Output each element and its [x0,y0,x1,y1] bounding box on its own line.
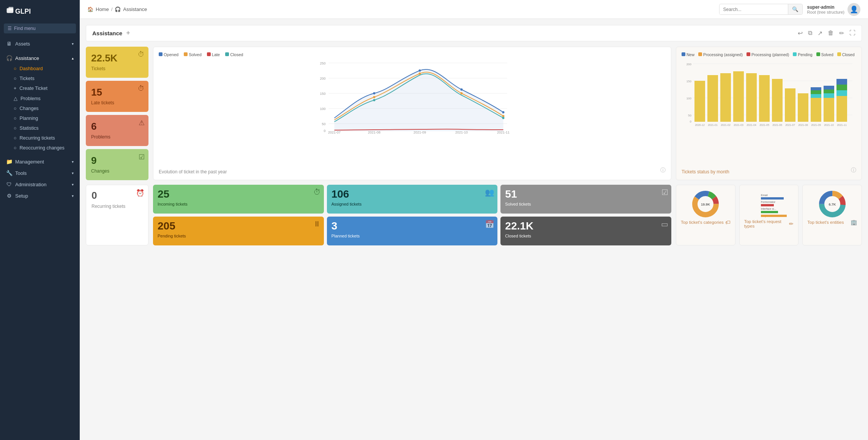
sidebar-dashboard-label: Dashboard [20,66,43,71]
svg-rect-82 [761,211,778,213]
nav-management: 📁 Management ▾ 🔧 Tools ▾ 🛡 Administratio… [0,154,80,203]
sidebar-item-create-ticket[interactable]: + Create Ticket [4,83,80,93]
sidebar-item-assistance[interactable]: 🎧 Assistance ▴ [0,52,80,64]
sidebar-item-setup[interactable]: ⚙ Setup ▾ [0,190,80,201]
search-button[interactable]: 🔍 [788,4,802,14]
ts-incoming[interactable]: ⏱ 25 Incoming tickets [153,185,324,214]
line-chart: 250 200 150 100 50 0 2021-07 2021-08 202… [159,59,666,166]
svg-rect-56 [811,98,821,122]
incoming-icon: ⏱ [313,188,321,196]
svg-text:200: 200 [320,77,325,80]
svg-text:Email: Email [761,194,768,196]
svg-rect-44 [733,71,744,122]
find-menu-button[interactable]: ☰ Find menu [4,24,76,33]
sidebar-create-ticket-label: Create Ticket [19,86,47,91]
sidebar-item-recurring-tickets[interactable]: ○ Recurring tickets [4,133,80,143]
categories-icon[interactable]: 🏷 [725,219,731,225]
svg-text:2021-03: 2021-03 [734,124,743,126]
assets-icon: 🖥 [6,41,12,47]
panel-request-types: Email Formcreator Interface si... Helpde… [739,185,799,245]
tools-icon: 🔧 [6,170,12,176]
recurring-tickets-card[interactable]: ⏰ 0 Recurring tickets [86,185,148,245]
svg-point-21 [373,99,376,101]
ts-assigned[interactable]: 👥 106 Assigned tickets [327,185,498,214]
stat-card-late-tickets[interactable]: ⏱ 15 Late tickets [86,81,148,112]
legend-solved: Solved [184,52,202,57]
sidebar-tools-label: Tools [15,170,27,176]
svg-rect-54 [798,93,808,122]
sidebar-item-planning[interactable]: ○ Planning [4,113,80,123]
sidebar-item-problems[interactable]: △ Problems [4,93,80,104]
undo-icon[interactable]: ↩ [798,30,803,37]
svg-text:250: 250 [320,61,325,65]
sidebar-item-reoccurring-changes[interactable]: ○ Reoccurring changes [4,143,80,153]
sidebar-item-tickets[interactable]: ○ Tickets [4,74,80,83]
stat-card-problems[interactable]: ⚠ 6 Problems [86,115,148,146]
bar-chart-section: New Processing (assigned) Processing (pl… [676,47,862,180]
svg-text:0: 0 [690,120,692,123]
assistance-icon: 🎧 [6,55,12,61]
dashboard-dot-icon: ○ [14,66,17,71]
closed-count: 22.1K [505,220,667,232]
sidebar-statistics-label: Statistics [20,126,39,131]
bar-legend-pending: Pending [793,52,813,57]
breadcrumb-separator: / [111,6,113,12]
changes-icon: ○ [14,106,17,111]
bar-chart-title: Tickets status by month [682,166,729,174]
line-chart-title: Evolution of ticket in the past year [159,169,227,174]
panels-container: 19.9K Top ticket's categories 🏷 [676,185,862,245]
legend-late: Late [207,52,220,57]
panel-request-types-title: Top ticket's request types ✏ [744,219,794,228]
ts-planned[interactable]: 📅 3 Planned tickets [327,217,498,245]
svg-text:150: 150 [687,80,692,83]
delete-icon[interactable]: 🗑 [828,30,834,37]
svg-rect-40 [707,75,718,122]
sidebar-problems-label: Problems [21,96,41,101]
administration-icon: 🛡 [6,181,12,187]
panel-entities: 6.7K Top ticket's entities 🏢 [802,185,862,245]
stat-card-tickets[interactable]: ⏱ 22.5K Tickets [86,47,148,78]
sidebar-item-administration[interactable]: 🛡 Administration ▾ [0,179,80,190]
fullscreen-icon[interactable]: ⛶ [849,30,855,37]
tickets-clock-icon: ⏱ [138,50,145,58]
ts-pending[interactable]: ⏸ 205 Pending tickets [153,217,324,245]
sidebar-item-changes[interactable]: ○ Changes [4,104,80,113]
svg-text:2020-12: 2020-12 [695,124,705,126]
svg-text:GLPI: GLPI [15,8,31,15]
line-chart-section: Opened Solved Late Closed 250 [153,47,671,180]
sidebar-item-assets[interactable]: 🖥 Assets ▾ [0,38,80,49]
breadcrumb: 🏠 Home / 🎧 Assistance [87,6,719,12]
svg-rect-48 [759,75,770,122]
breadcrumb-home[interactable]: Home [96,6,109,12]
planning-icon: ○ [14,116,17,121]
panels-row: 19.9K Top ticket's categories 🏷 [676,185,862,245]
duplicate-icon[interactable]: ⧉ [808,30,812,37]
sidebar-item-statistics[interactable]: ○ Statistics [4,123,80,133]
sidebar-item-tools[interactable]: 🔧 Tools ▾ [0,167,80,179]
ts-closed[interactable]: ▭ 22.1K Closed tickets [500,217,671,245]
edit-icon[interactable]: ✏ [839,30,844,37]
tickets-label: Tickets [91,66,143,71]
page-header: Assistance + ↩ ⧉ ↗ 🗑 ✏ ⛶ [86,25,862,41]
ts-solved[interactable]: ☑ 51 Solved tickets [500,185,671,214]
svg-rect-67 [836,90,847,96]
recurring-clock-icon: ⏰ [136,189,144,197]
search-box: 🔍 [719,4,803,15]
add-tab-button[interactable]: + [126,29,130,37]
sidebar-item-management[interactable]: 📁 Management ▾ [0,156,80,167]
solved-count: 51 [505,189,667,200]
sidebar-item-dashboard[interactable]: ○ Dashboard [4,64,80,74]
search-input[interactable] [720,5,788,14]
reoccurring-changes-icon: ○ [14,145,17,151]
stat-card-changes[interactable]: ☑ 9 Changes [86,149,148,180]
user-name: super-admin [807,5,844,10]
entities-icon[interactable]: 🏢 [851,219,857,225]
svg-text:2021-04: 2021-04 [746,124,756,126]
panel-categories: 19.9K Top ticket's categories 🏷 [676,185,735,245]
svg-rect-61 [824,98,834,122]
svg-rect-1 [8,7,13,11]
share-icon[interactable]: ↗ [817,30,822,37]
page-header-left: Assistance + [92,29,130,37]
svg-point-22 [419,69,421,72]
request-types-edit-icon[interactable]: ✏ [789,221,794,227]
